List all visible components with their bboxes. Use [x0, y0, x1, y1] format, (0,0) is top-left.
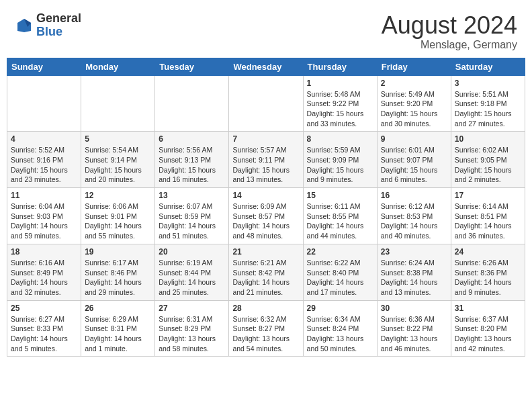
day-info: Sunrise: 6:01 AMSunset: 9:07 PMDaylight:…: [381, 145, 447, 185]
day-number: 6: [159, 134, 225, 144]
day-info: Sunrise: 6:29 AMSunset: 8:31 PMDaylight:…: [85, 314, 151, 354]
day-info: Sunrise: 6:02 AMSunset: 9:05 PMDaylight:…: [455, 145, 521, 185]
day-info: Sunrise: 6:34 AMSunset: 8:24 PMDaylight:…: [307, 314, 373, 354]
calendar-cell: 13Sunrise: 6:07 AMSunset: 8:59 PMDayligh…: [155, 188, 229, 244]
day-info: Sunrise: 5:52 AMSunset: 9:16 PMDaylight:…: [11, 145, 77, 185]
calendar-week-row: 18Sunrise: 6:16 AMSunset: 8:49 PMDayligh…: [7, 244, 525, 300]
calendar-cell: 23Sunrise: 6:24 AMSunset: 8:38 PMDayligh…: [377, 244, 451, 300]
day-info: Sunrise: 6:32 AMSunset: 8:27 PMDaylight:…: [232, 314, 299, 354]
day-info: Sunrise: 5:54 AMSunset: 9:14 PMDaylight:…: [85, 145, 151, 185]
day-number: 29: [307, 304, 373, 313]
calendar-week-row: 25Sunrise: 6:27 AMSunset: 8:33 PMDayligh…: [7, 300, 525, 357]
location-subtitle: Menslage, Germany: [382, 39, 517, 51]
day-number: 15: [307, 191, 373, 200]
day-info: Sunrise: 6:37 AMSunset: 8:20 PMDaylight:…: [455, 314, 521, 354]
calendar-cell: 5Sunrise: 5:54 AMSunset: 9:14 PMDaylight…: [81, 132, 155, 188]
calendar-week-row: 1Sunrise: 5:48 AMSunset: 9:22 PMDaylight…: [7, 75, 525, 132]
calendar-cell: 15Sunrise: 6:11 AMSunset: 8:55 PMDayligh…: [303, 188, 377, 244]
calendar-cell: 26Sunrise: 6:29 AMSunset: 8:31 PMDayligh…: [81, 300, 155, 357]
calendar-cell: 7Sunrise: 5:57 AMSunset: 9:11 PMDaylight…: [229, 132, 303, 188]
calendar-cell: 18Sunrise: 6:16 AMSunset: 8:49 PMDayligh…: [7, 244, 81, 300]
day-number: 12: [85, 191, 151, 200]
title-block: August 2024 Menslage, Germany: [382, 12, 517, 51]
day-info: Sunrise: 6:07 AMSunset: 8:59 PMDaylight:…: [159, 201, 225, 241]
calendar-table: SundayMondayTuesdayWednesdayThursdayFrid…: [7, 58, 525, 357]
day-number: 25: [11, 304, 77, 313]
weekday-header-monday: Monday: [81, 58, 155, 75]
day-number: 19: [85, 247, 151, 257]
day-number: 30: [381, 304, 447, 313]
calendar-cell: 14Sunrise: 6:09 AMSunset: 8:57 PMDayligh…: [229, 188, 303, 244]
day-number: 7: [232, 134, 299, 144]
day-info: Sunrise: 6:17 AMSunset: 8:46 PMDaylight:…: [85, 258, 151, 298]
calendar-cell: 9Sunrise: 6:01 AMSunset: 9:07 PMDaylight…: [377, 132, 451, 188]
day-number: 22: [307, 247, 373, 257]
calendar-cell: 27Sunrise: 6:31 AMSunset: 8:29 PMDayligh…: [155, 300, 229, 357]
day-number: 2: [381, 79, 447, 88]
calendar-cell: 20Sunrise: 6:19 AMSunset: 8:44 PMDayligh…: [155, 244, 229, 300]
day-number: 13: [159, 191, 225, 200]
day-info: Sunrise: 6:04 AMSunset: 9:03 PMDaylight:…: [11, 201, 77, 241]
day-info: Sunrise: 6:19 AMSunset: 8:44 PMDaylight:…: [159, 258, 225, 298]
calendar-cell: 21Sunrise: 6:21 AMSunset: 8:42 PMDayligh…: [229, 244, 303, 300]
weekday-header-wednesday: Wednesday: [229, 58, 303, 75]
day-info: Sunrise: 6:22 AMSunset: 8:40 PMDaylight:…: [307, 258, 373, 298]
logo-text: General Blue: [36, 12, 81, 39]
calendar-cell: [7, 75, 81, 132]
day-number: 3: [455, 79, 521, 88]
day-number: 31: [455, 304, 521, 313]
logo-blue-text: Blue: [36, 26, 81, 39]
calendar-cell: 19Sunrise: 6:17 AMSunset: 8:46 PMDayligh…: [81, 244, 155, 300]
calendar-cell: 31Sunrise: 6:37 AMSunset: 8:20 PMDayligh…: [451, 300, 525, 357]
weekday-header-tuesday: Tuesday: [155, 58, 229, 75]
day-info: Sunrise: 6:26 AMSunset: 8:36 PMDaylight:…: [455, 258, 521, 298]
calendar-cell: 6Sunrise: 5:56 AMSunset: 9:13 PMDaylight…: [155, 132, 229, 188]
day-number: 17: [455, 191, 521, 200]
day-info: Sunrise: 6:27 AMSunset: 8:33 PMDaylight:…: [11, 314, 77, 354]
day-info: Sunrise: 5:49 AMSunset: 9:20 PMDaylight:…: [381, 89, 447, 129]
weekday-header-sunday: Sunday: [7, 58, 81, 75]
calendar-cell: 2Sunrise: 5:49 AMSunset: 9:20 PMDaylight…: [377, 75, 451, 132]
calendar-cell: 29Sunrise: 6:34 AMSunset: 8:24 PMDayligh…: [303, 300, 377, 357]
day-number: 21: [232, 247, 299, 257]
calendar-week-row: 11Sunrise: 6:04 AMSunset: 9:03 PMDayligh…: [7, 188, 525, 244]
day-number: 24: [455, 247, 521, 257]
day-info: Sunrise: 6:09 AMSunset: 8:57 PMDaylight:…: [232, 201, 299, 241]
day-number: 23: [381, 247, 447, 257]
day-number: 26: [85, 304, 151, 313]
day-number: 1: [307, 79, 373, 88]
logo-icon: [15, 16, 34, 35]
day-number: 9: [381, 134, 447, 144]
weekday-header-friday: Friday: [377, 58, 451, 75]
day-info: Sunrise: 6:16 AMSunset: 8:49 PMDaylight:…: [11, 258, 77, 298]
day-info: Sunrise: 6:14 AMSunset: 8:51 PMDaylight:…: [455, 201, 521, 241]
calendar-cell: 25Sunrise: 6:27 AMSunset: 8:33 PMDayligh…: [7, 300, 81, 357]
calendar-cell: 22Sunrise: 6:22 AMSunset: 8:40 PMDayligh…: [303, 244, 377, 300]
day-info: Sunrise: 5:59 AMSunset: 9:09 PMDaylight:…: [307, 145, 373, 185]
weekday-header-thursday: Thursday: [303, 58, 377, 75]
day-info: Sunrise: 6:12 AMSunset: 8:53 PMDaylight:…: [381, 201, 447, 241]
weekday-header-row: SundayMondayTuesdayWednesdayThursdayFrid…: [7, 58, 525, 75]
day-number: 27: [159, 304, 225, 313]
calendar-cell: [229, 75, 303, 132]
day-info: Sunrise: 6:11 AMSunset: 8:55 PMDaylight:…: [307, 201, 373, 241]
day-number: 10: [455, 134, 521, 144]
svg-marker-0: [17, 19, 31, 32]
day-number: 11: [11, 191, 77, 200]
calendar-cell: 28Sunrise: 6:32 AMSunset: 8:27 PMDayligh…: [229, 300, 303, 357]
calendar-week-row: 4Sunrise: 5:52 AMSunset: 9:16 PMDaylight…: [7, 132, 525, 188]
day-info: Sunrise: 6:21 AMSunset: 8:42 PMDaylight:…: [232, 258, 299, 298]
day-number: 4: [11, 134, 77, 144]
calendar-cell: [155, 75, 229, 132]
calendar-cell: 30Sunrise: 6:36 AMSunset: 8:22 PMDayligh…: [377, 300, 451, 357]
day-number: 28: [232, 304, 299, 313]
day-number: 8: [307, 134, 373, 144]
calendar-cell: 3Sunrise: 5:51 AMSunset: 9:18 PMDaylight…: [451, 75, 525, 132]
calendar-cell: 1Sunrise: 5:48 AMSunset: 9:22 PMDaylight…: [303, 75, 377, 132]
day-number: 20: [159, 247, 225, 257]
day-info: Sunrise: 5:57 AMSunset: 9:11 PMDaylight:…: [232, 145, 299, 185]
day-info: Sunrise: 5:48 AMSunset: 9:22 PMDaylight:…: [307, 89, 373, 129]
logo-general-text: General: [36, 12, 81, 26]
day-number: 18: [11, 247, 77, 257]
calendar-cell: 24Sunrise: 6:26 AMSunset: 8:36 PMDayligh…: [451, 244, 525, 300]
